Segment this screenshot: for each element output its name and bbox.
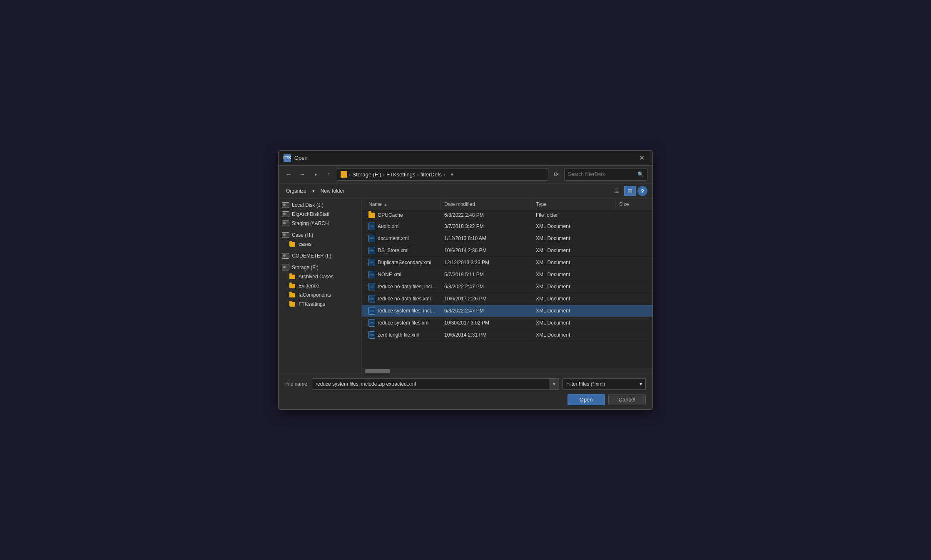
disk-icon-staging: [282, 221, 289, 226]
sidebar-item-local-disk-j[interactable]: Local Disk (J:): [279, 201, 361, 210]
search-input[interactable]: [568, 171, 637, 177]
folder-icon-cases: [289, 241, 296, 247]
sort-arrow-name: ▲: [383, 202, 388, 207]
horizontal-scrollbar[interactable]: [362, 368, 652, 374]
file-row-none[interactable]: XML NONE.xml 5/7/2019 5:11 PM XML Docume…: [362, 269, 652, 281]
file-type-ds-store: XML Document: [533, 245, 616, 256]
sidebar-item-storage-f[interactable]: Storage (F:): [279, 263, 361, 272]
search-box[interactable]: 🔍: [564, 168, 647, 181]
breadcrumb-dropdown-button[interactable]: ▾: [447, 169, 458, 180]
file-row-gpucache[interactable]: GPUCache 6/8/2022 2:48 PM File folder: [362, 210, 652, 221]
disk-icon-digarch: [282, 211, 289, 217]
file-row-ds-store[interactable]: XML DS_Store.xml 10/6/2014 2:36 PM XML D…: [362, 245, 652, 257]
filename-input-group: ▾: [312, 378, 559, 390]
col-type-label: Type: [536, 201, 547, 207]
filetype-label: Filter Files (*.xml): [566, 381, 605, 387]
file-type-duplicate: XML Document: [533, 257, 616, 268]
xml-icon-ds-store: XML: [368, 247, 375, 254]
disk-icon-storage-f: [282, 265, 289, 270]
cancel-button[interactable]: Cancel: [608, 394, 646, 405]
file-name-ds-store: XML DS_Store.xml: [365, 245, 441, 256]
col-size[interactable]: Size: [616, 199, 649, 210]
back-button[interactable]: ←: [284, 169, 294, 180]
col-type[interactable]: Type: [533, 199, 616, 210]
sidebar-item-case-h[interactable]: Case (H:): [279, 230, 361, 240]
sidebar: Local Disk (J:) DigArchDiskStati Staging…: [279, 199, 362, 374]
file-date-zero-length: 10/6/2014 2:31 PM: [441, 329, 533, 341]
filename-input[interactable]: [312, 378, 549, 390]
close-button[interactable]: ✕: [636, 152, 647, 164]
filetype-dropdown-icon: ▾: [640, 381, 642, 387]
sidebar-item-archived-cases[interactable]: Archived Cases: [279, 272, 361, 281]
file-type-document: XML Document: [533, 233, 616, 244]
dropdown-history-button[interactable]: ▾: [310, 169, 321, 180]
organize-dropdown-button[interactable]: ▾: [312, 188, 315, 194]
help-button[interactable]: ?: [637, 186, 647, 196]
xml-icon-duplicate: XML: [368, 259, 375, 266]
sidebar-label-ftksettings: FTKsettings: [299, 301, 325, 307]
xml-icon-audio: XML: [368, 223, 375, 230]
xml-icon-reduce-system: XML: [368, 319, 375, 327]
sidebar-label-local-disk-j: Local Disk (J:): [292, 202, 324, 208]
sidebar-label-facomponents: faComponents: [299, 292, 331, 298]
open-button[interactable]: Open: [568, 394, 605, 405]
breadcrumb-ftksettings[interactable]: FTKsettings: [386, 171, 415, 178]
sidebar-item-staging[interactable]: Staging (\\ARCH: [279, 219, 361, 228]
file-date-none: 5/7/2019 5:11 PM: [441, 269, 533, 280]
file-row-reduce-system-zip[interactable]: XML reduce system files, include zip ext…: [362, 305, 652, 317]
filetype-select[interactable]: Filter Files (*.xml) ▾: [563, 378, 646, 390]
file-row-zero-length[interactable]: XML zero length file.xml 10/6/2014 2:31 …: [362, 329, 652, 341]
file-row-document-xml[interactable]: XML document.xml 1/12/2013 8:10 AM XML D…: [362, 233, 652, 245]
sidebar-label-digarch: DigArchDiskStati: [292, 211, 329, 217]
sidebar-item-digarch[interactable]: DigArchDiskStati: [279, 210, 361, 219]
sidebar-item-ftksettings[interactable]: FTKsettings: [279, 300, 361, 309]
sidebar-label-archived-cases: Archived Cases: [299, 274, 334, 280]
sidebar-label-case-h: Case (H:): [292, 232, 313, 238]
main-content: Local Disk (J:) DigArchDiskStati Staging…: [279, 199, 652, 374]
file-date-reduce-system: 10/30/2017 3:02 PM: [441, 317, 533, 329]
sidebar-item-facomponents[interactable]: faComponents: [279, 290, 361, 300]
folder-icon-ftksettings: [289, 301, 296, 307]
organize-button[interactable]: Organize: [284, 187, 309, 195]
file-row-reduce-system[interactable]: XML reduce system files.xml 10/30/2017 3…: [362, 317, 652, 329]
col-date[interactable]: Date modified: [441, 199, 533, 210]
sidebar-item-cases[interactable]: cases: [279, 240, 361, 249]
file-name-document: XML document.xml: [365, 233, 441, 244]
file-date-reduce-system-zip: 6/8/2022 2:47 PM: [441, 305, 533, 317]
xml-icon-none: XML: [368, 271, 375, 278]
new-folder-button[interactable]: New folder: [318, 187, 347, 195]
file-date-document: 1/12/2013 8:10 AM: [441, 233, 533, 244]
filename-dropdown-button[interactable]: ▾: [549, 378, 559, 390]
search-icon: 🔍: [637, 171, 644, 177]
file-size-duplicate: [616, 257, 649, 268]
file-row-audio-xml[interactable]: XML Audio.xml 3/7/2018 3:22 PM XML Docum…: [362, 221, 652, 233]
view-list-button[interactable]: ☰: [611, 186, 622, 196]
sidebar-item-codemeter[interactable]: CODEMETER (I:): [279, 251, 361, 260]
col-name[interactable]: Name ▲: [365, 199, 441, 210]
file-type-reduce-nodata-zip: XML Document: [533, 281, 616, 292]
file-date-ds-store: 10/6/2014 2:36 PM: [441, 245, 533, 256]
file-row-duplicate[interactable]: XML DuplicateSecondary.xml 12/12/2013 3:…: [362, 257, 652, 269]
file-row-reduce-nodata[interactable]: XML reduce no-data files.xml 10/6/2017 2…: [362, 293, 652, 305]
file-row-reduce-nodata-zip[interactable]: XML reduce no-data files, include zip ex…: [362, 281, 652, 293]
scrollbar-thumb-h[interactable]: [365, 369, 390, 373]
view-buttons: ☰ ⊞ ?: [611, 186, 647, 196]
refresh-button[interactable]: ⟳: [551, 169, 562, 180]
breadcrumb-storage[interactable]: Storage (F:): [352, 171, 381, 178]
disk-icon-case-h: [282, 232, 289, 238]
breadcrumb-filterdefs[interactable]: filterDefs: [421, 171, 442, 178]
file-type-none: XML Document: [533, 269, 616, 280]
file-size-reduce-system-zip: [616, 305, 649, 317]
col-date-label: Date modified: [444, 201, 475, 207]
file-name-reduce-nodata: XML reduce no-data files.xml: [365, 293, 441, 305]
sidebar-item-evidence[interactable]: Evidence: [279, 281, 361, 290]
forward-button[interactable]: →: [297, 169, 308, 180]
up-button[interactable]: ↑: [324, 169, 334, 180]
file-type-zero-length: XML Document: [533, 329, 616, 341]
xml-icon-zero-length: XML: [368, 331, 375, 339]
disk-icon-j: [282, 202, 289, 208]
file-name-none: XML NONE.xml: [365, 269, 441, 280]
file-type-gpucache: File folder: [533, 210, 616, 220]
file-size-ds-store: [616, 245, 649, 256]
view-tiles-button[interactable]: ⊞: [624, 186, 636, 196]
